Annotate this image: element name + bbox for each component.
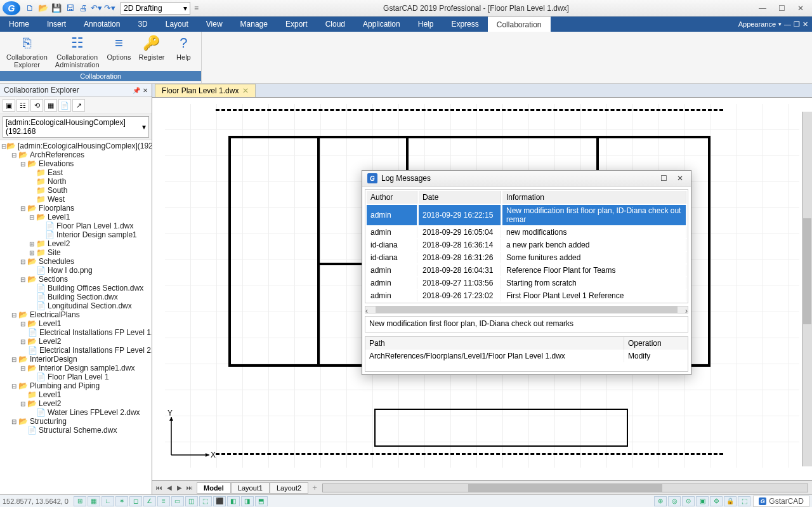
log-row[interactable]: admin2018-09-26 17:23:02First Floor Plan… xyxy=(367,290,686,301)
menu-view[interactable]: View xyxy=(197,16,232,32)
osnap-toggle[interactable]: ◻ xyxy=(129,496,142,506)
log-row[interactable]: admin2018-09-29 16:05:04new modification… xyxy=(367,227,686,238)
grid-toggle[interactable]: ▦ xyxy=(88,496,100,506)
tree-item[interactable]: 📄Floor Plan Level 1 xyxy=(0,372,152,381)
r6-toggle[interactable]: 🔒 xyxy=(724,496,737,506)
document-tab-active[interactable]: Floor Plan Level 1.dwx ✕ xyxy=(155,84,256,97)
tree-item[interactable]: 📄Electrical Installations FP Level 2.dwx xyxy=(0,346,152,355)
tree-item[interactable]: ⊟📂Structuring xyxy=(0,417,152,426)
r3-toggle[interactable]: ⊙ xyxy=(682,496,695,506)
log-col-date[interactable]: Date xyxy=(419,191,501,204)
tree-toggle-icon[interactable]: ⊟ xyxy=(28,214,36,221)
log-row[interactable]: admin2018-09-29 16:22:15New modification… xyxy=(367,205,686,225)
log-row[interactable]: admin2018-09-28 16:04:31Reference Floor … xyxy=(367,265,686,276)
tree-item[interactable]: ⊟📂Level1 xyxy=(0,319,152,328)
tree-item[interactable]: 📄Longitudinal Section.dwx xyxy=(0,301,152,310)
t4-toggle[interactable]: ◨ xyxy=(241,496,254,506)
tree-item[interactable]: 📄Building Section.dwx xyxy=(0,293,152,301)
brand-badge[interactable]: GstarCAD xyxy=(753,496,809,507)
project-combo[interactable]: [admin:EcologicalHousingComplex](192.168… xyxy=(3,116,149,138)
tree-item[interactable]: 📁North xyxy=(0,177,152,186)
snap-toggle[interactable]: ⊞ xyxy=(74,496,86,506)
redo-icon[interactable]: ↷▾ xyxy=(104,3,115,14)
log-row[interactable]: id-diana2018-09-28 16:31:26Some funiture… xyxy=(367,252,686,263)
menu-layout[interactable]: Layout xyxy=(157,16,197,32)
saveas-icon[interactable]: 🖫 xyxy=(64,3,75,14)
otrack-toggle[interactable]: ∠ xyxy=(143,496,156,506)
pin-icon[interactable]: 📌 xyxy=(133,87,140,94)
tree-item[interactable]: 📄Structural Scheme.dwx xyxy=(0,426,152,435)
t3-toggle[interactable]: ◧ xyxy=(227,496,240,506)
tree-item[interactable]: 📁Level1 xyxy=(0,390,152,399)
ribbon-collaboration-administration[interactable]: ☷CollaborationAdministration xyxy=(51,33,103,70)
menu-insert[interactable]: Insert xyxy=(38,16,75,32)
close-button[interactable]: ✕ xyxy=(792,2,809,15)
ltab-first-icon[interactable]: ⏮ xyxy=(155,484,164,491)
menu-application[interactable]: Application xyxy=(354,16,409,32)
tree-item[interactable]: ⊟📂InteriorDesign xyxy=(0,355,152,364)
tree-item[interactable]: ⊟📂Level2 xyxy=(0,399,152,408)
horizontal-scrollbar[interactable] xyxy=(322,484,808,492)
tree-item[interactable]: ⊟📂ArchReferences xyxy=(0,150,152,159)
tree-item[interactable]: 📄How I do.png xyxy=(0,266,152,275)
r4-toggle[interactable]: ▣ xyxy=(696,496,709,506)
dialog-close-icon[interactable]: ✕ xyxy=(674,174,686,183)
tree-item[interactable]: ⊟📂ElectricalPlans xyxy=(0,310,152,319)
tab-close-icon[interactable]: ✕ xyxy=(242,86,249,95)
log-horizontal-scrollbar[interactable]: ‹› xyxy=(365,306,688,313)
tree-toggle-icon[interactable]: ⊟ xyxy=(19,276,27,283)
ptool-5[interactable]: 📄 xyxy=(58,99,71,112)
menu-help[interactable]: Help xyxy=(409,16,443,32)
tree-toggle-icon[interactable]: ⊟ xyxy=(10,383,18,390)
tree-item[interactable]: 📁East xyxy=(0,168,152,177)
tree-item[interactable]: 📄Interior Design sample1 xyxy=(0,230,152,239)
tree-toggle-icon[interactable]: ⊟ xyxy=(1,143,6,150)
ltab-last-icon[interactable]: ⏭ xyxy=(185,484,194,491)
tree-item[interactable]: 📄Floor Plan Level 1.dwx xyxy=(0,221,152,230)
tree-toggle-icon[interactable]: ⊟ xyxy=(10,418,18,425)
tree-toggle-icon[interactable]: ⊟ xyxy=(19,365,27,372)
sel-toggle[interactable]: ◫ xyxy=(185,496,198,506)
tree-item[interactable]: ⊟📂Plumbing and Piping xyxy=(0,381,152,390)
menu-home[interactable]: Home xyxy=(0,16,38,32)
tree-item[interactable]: ⊟📂Schedules xyxy=(0,257,152,266)
tree-item[interactable]: ⊟📂Interior Design sample1.dwx xyxy=(0,364,152,372)
tree-item[interactable]: ⊟📂Elevations xyxy=(0,159,152,168)
tree-item[interactable]: 📁West xyxy=(0,195,152,204)
save-icon[interactable]: 💾 xyxy=(51,3,62,14)
ortho-toggle[interactable]: ∟ xyxy=(102,496,114,506)
lwt-toggle[interactable]: ≡ xyxy=(157,496,170,506)
open-icon[interactable]: 📂 xyxy=(37,3,49,14)
tree-item[interactable]: ⊞📁Level2 xyxy=(0,239,152,248)
app-logo[interactable]: G xyxy=(3,1,20,15)
tree-toggle-icon[interactable]: ⊟ xyxy=(10,312,18,319)
mdi-minimize-icon[interactable]: ― xyxy=(784,20,791,28)
print-icon[interactable]: 🖨 xyxy=(77,3,89,14)
ptool-3[interactable]: ⟲ xyxy=(30,99,43,112)
mdi-restore-icon[interactable]: ❐ xyxy=(794,20,800,29)
tree-toggle-icon[interactable]: ⊞ xyxy=(28,249,36,256)
ptool-2[interactable]: ☷ xyxy=(16,99,29,112)
mdi-close-icon[interactable]: ✕ xyxy=(802,20,808,29)
dialog-maximize-icon[interactable]: ☐ xyxy=(658,174,669,183)
add-layout-icon[interactable]: ＋ xyxy=(311,482,318,493)
tree-toggle-icon[interactable]: ⊞ xyxy=(28,240,36,247)
tree-item[interactable]: ⊟📂Sections xyxy=(0,275,152,284)
tree-toggle-icon[interactable]: ⊟ xyxy=(19,161,27,168)
ptool-1[interactable]: ▣ xyxy=(3,99,15,112)
log-table[interactable]: AuthorDateInformation admin2018-09-29 16… xyxy=(365,189,688,303)
tree-item[interactable]: 📄Water Lines FPLevel 2.dwx xyxy=(0,408,152,417)
tree-toggle-icon[interactable]: ⊟ xyxy=(19,338,27,345)
tree-toggle-icon[interactable]: ⊟ xyxy=(19,205,27,212)
menu-manage[interactable]: Manage xyxy=(232,16,277,32)
menu-express[interactable]: Express xyxy=(442,16,487,32)
log-col-information[interactable]: Information xyxy=(502,191,686,204)
layout-tab-model[interactable]: Model xyxy=(197,482,231,494)
layout-tab-layout2[interactable]: Layout2 xyxy=(270,482,308,494)
ptool-6[interactable]: ↗ xyxy=(72,99,85,112)
ltab-next-icon[interactable]: ▶ xyxy=(175,484,184,491)
tree-toggle-icon[interactable]: ⊟ xyxy=(19,400,27,407)
t1-toggle[interactable]: ⬚ xyxy=(199,496,212,506)
new-icon[interactable]: 🗋 xyxy=(24,3,36,14)
qat-overflow-icon[interactable]: ≡ xyxy=(194,4,199,13)
